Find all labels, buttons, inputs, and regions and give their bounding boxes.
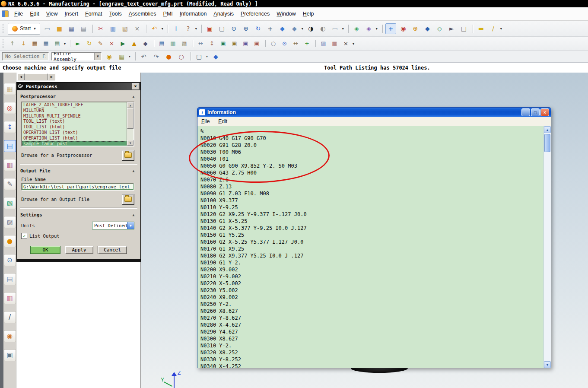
new-window-icon[interactable]: ◈ [364,24,378,34]
menu-item[interactable]: Analysis [210,10,237,18]
generate-toolpath-icon[interactable]: ► [73,39,83,48]
menu-item[interactable]: PMI [160,10,176,18]
orient-wcs-icon[interactable]: + [385,23,396,34]
postprocessor-list-item[interactable]: OPERATION_LIST (html) [22,136,127,141]
information-titlebar[interactable]: i Information – □ × [197,108,551,117]
menu-item[interactable]: Assemblies [126,10,159,18]
new-part-icon[interactable]: ▭ [42,24,52,34]
postprocessor-list-item[interactable]: MILLTURN_MULTI_SPINDLE [22,114,127,119]
menu-item[interactable]: Edit [27,10,42,18]
signature-icon[interactable]: / [4,311,16,323]
replay-toolpath-icon[interactable]: ↻ [85,39,94,48]
refresh-view-icon[interactable]: ▣ [205,24,215,34]
annotation-pen-icon[interactable]: / [488,24,502,34]
vertical-scrollbar[interactable]: ▲ ▼ [544,126,551,368]
machine-library-icon[interactable]: ▦ [41,39,51,48]
shaded-display-icon[interactable]: ◆ [277,24,287,34]
scroll-right-icon[interactable]: ▶ [48,73,55,80]
undo-icon[interactable]: ↶ [149,24,164,34]
list-output-checkbox[interactable] [21,233,27,239]
snap-undo-icon[interactable]: ↶ [139,51,149,61]
gouge-check-icon[interactable]: ▲ [130,39,139,48]
close-icon[interactable]: × [132,83,139,90]
snap-midpoint-icon[interactable]: ◇ [435,24,445,34]
snap-endpoint-icon[interactable]: ◆ [423,24,432,34]
browse-output-button[interactable] [122,194,134,205]
menu-item[interactable]: Insert [62,10,81,18]
selection-grid-icon[interactable]: ▦ [117,51,131,61]
snap-point-icon[interactable]: ◉ [398,24,408,34]
postprocessor-list-item[interactable]: MILLTURN [22,108,127,114]
collapse-section-icon[interactable]: ▲ [130,169,137,173]
postprocessor-list[interactable]: ▲ ▼ LATHE_2_AXIS_TURRET_REFMILLTURNMILLT… [21,102,134,146]
object-properties-icon[interactable]: ▨ [319,39,328,48]
fit-view-icon[interactable]: ▢ [217,24,227,34]
quick-pick-icon[interactable]: □ [459,24,469,34]
snap-redo-icon[interactable]: ↷ [151,51,161,61]
point-constructor-icon[interactable]: ⊕ [410,24,420,34]
rotate-view-icon[interactable]: ↻ [253,24,263,34]
edit-toolpath-icon[interactable]: ✎ [96,39,105,48]
units-dropdown[interactable]: Post Defined ▼ [92,222,134,229]
ok-button[interactable]: OK [30,246,60,254]
menu-item[interactable]: Format [82,10,105,18]
delete-icon[interactable]: × [132,24,142,34]
collapse-section-icon[interactable]: ▲ [130,213,137,217]
scroll-down-icon[interactable]: ▼ [127,140,133,146]
reorder-operations-icon[interactable]: ↕ [207,39,216,48]
process-studio-icon[interactable]: ✎ [4,178,16,190]
scrollbar-thumb[interactable] [25,73,48,80]
face-analysis-icon[interactable]: ◐ [318,24,328,34]
postprocessor-list-item[interactable]: LATHE_2_AXIS_TURRET_REF [22,102,127,108]
pan-view-icon[interactable]: + [265,24,275,34]
scroll-left-icon[interactable]: ◀ [17,73,25,80]
snap-circle-icon[interactable]: ● [164,51,174,61]
user-tools-icon[interactable]: ? [183,24,197,34]
menu-item[interactable]: File [11,10,26,18]
postprocessor-list-item[interactable]: TOOL_LIST (html) [22,124,127,130]
synchronize-icon[interactable]: ↔ [291,39,300,48]
cancel-button[interactable]: Cancel [98,246,127,254]
menu-item[interactable]: Tools [106,10,124,18]
zoom-in-out-icon[interactable]: ⊕ [241,24,251,34]
chevron-down-icon[interactable]: ▼ [127,222,134,229]
scrollbar-thumb[interactable] [544,134,550,152]
find-component-icon[interactable]: ◉ [104,51,114,61]
snap-arc-icon[interactable]: ○ [176,51,186,61]
scroll-down-icon[interactable]: ▼ [544,361,551,368]
copy-icon[interactable]: ▥ [108,24,118,34]
operation-navigator-icon[interactable]: ▤ [4,140,16,152]
exit-environment-icon[interactable]: ▤ [53,39,66,48]
work-assembly-icon[interactable]: ◆ [211,51,221,61]
scrollbar-thumb[interactable] [127,108,133,129]
show-2d-path-icon[interactable]: ↑ [8,39,17,48]
save-icon[interactable]: ▦ [67,24,76,34]
marquee-select-icon[interactable]: ▢ [194,51,208,61]
information-pick-icon[interactable]: i [171,24,181,34]
output-settings-icon[interactable]: ▩ [330,39,339,48]
camera-icon[interactable]: ▣ [4,349,16,361]
scroll-up-icon[interactable]: ▲ [544,126,551,133]
scroll-up-icon[interactable]: ▲ [127,102,133,108]
verify-toolpath-icon[interactable]: ▶ [118,39,127,48]
selection-filter-input[interactable] [4,53,47,60]
selection-filter-box[interactable] [2,52,49,60]
gcode-listing[interactable]: ▲ ▼ %N0010 G40 G17 G90 G70N0020 G91 G28 … [197,126,551,368]
delete-setup-icon[interactable]: × [341,39,355,48]
postprocessor-list-item[interactable]: sample fanuc post [22,141,127,146]
display-mode-icon[interactable]: ◆ [289,24,304,34]
method-view-icon[interactable]: ▣ [252,39,261,48]
background-icon[interactable]: ▭ [330,24,344,34]
arrange-windows-icon[interactable]: ◈ [352,24,362,34]
zoom-window-icon[interactable]: ⊙ [229,24,239,34]
postprocessor-list-item[interactable]: TOOL_LIST (text) [22,119,127,124]
machine-tool-builder-icon[interactable]: ▦ [30,39,39,48]
find-operation-icon[interactable]: ○ [269,39,278,48]
contacts-icon[interactable]: ◉ [4,330,16,342]
edit-object-display-icon[interactable]: ◑ [306,24,316,34]
apply-button[interactable]: Apply [65,246,93,254]
machining-knowledge-icon[interactable]: ▥ [4,159,16,171]
cut-icon[interactable]: ✂ [96,24,106,34]
minimize-icon[interactable]: – [521,108,530,116]
browse-postprocessor-button[interactable] [122,150,134,161]
